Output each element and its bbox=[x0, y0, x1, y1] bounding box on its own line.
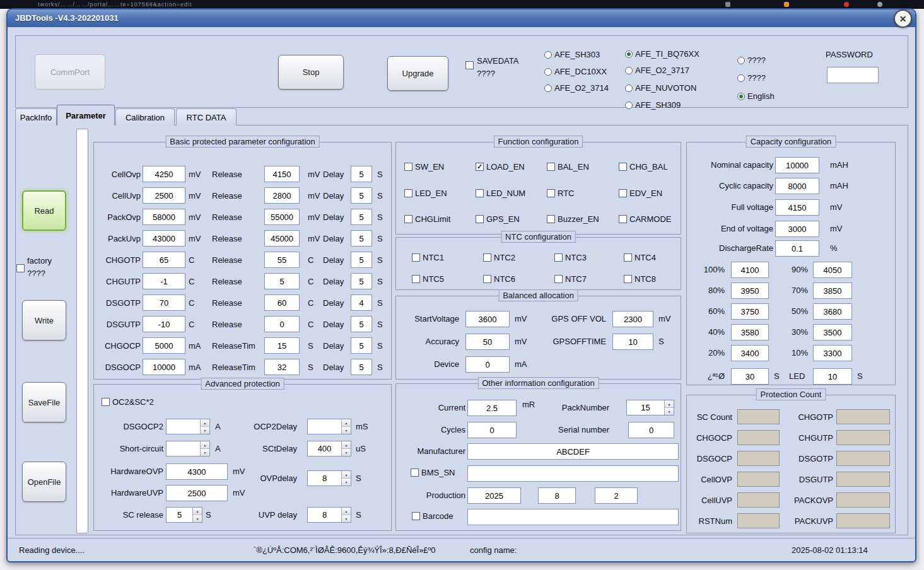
short-circuit-input[interactable] bbox=[167, 441, 200, 456]
tab-packinfo[interactable]: PackInfo bbox=[15, 108, 57, 125]
uvp-delay-spinner[interactable]: ▲▼ bbox=[307, 507, 351, 523]
spinner-buttons[interactable]: ▲▼ bbox=[341, 508, 351, 522]
spin-down-icon[interactable]: ▼ bbox=[342, 515, 351, 522]
checkbox-sw-en[interactable]: SW_EN bbox=[404, 162, 444, 172]
notification-badge-red-icon[interactable] bbox=[844, 2, 849, 7]
discharge-rate-input[interactable] bbox=[775, 240, 819, 257]
dsgocp2-input[interactable] bbox=[167, 419, 200, 434]
delay-value-input[interactable] bbox=[351, 187, 372, 204]
param-value-input[interactable] bbox=[143, 209, 185, 225]
param-value-input[interactable] bbox=[143, 359, 185, 375]
param-value-input[interactable] bbox=[143, 166, 185, 182]
spin-down-icon[interactable]: ▼ bbox=[342, 479, 351, 486]
commport-button[interactable]: CommPort bbox=[35, 54, 105, 90]
sp~in-up-icon[interactable]: ▲ bbox=[342, 419, 351, 427]
release-value-input[interactable] bbox=[264, 187, 300, 204]
delay-value-input[interactable] bbox=[351, 273, 372, 289]
upload-icon[interactable] bbox=[725, 2, 730, 7]
spin-down-icon[interactable]: ▼ bbox=[193, 515, 202, 522]
delay-value-input[interactable] bbox=[351, 359, 372, 375]
radio-afe-o2-3714[interactable]: AFE_O2_3714 bbox=[544, 83, 609, 93]
spin-down-icon[interactable]: ▼ bbox=[342, 427, 351, 434]
radio-afe-ti-bq76xx[interactable]: AFE_TI_BQ76XX bbox=[625, 49, 699, 59]
radio-lang-1[interactable]: ???? bbox=[737, 55, 766, 65]
soc-mv-input[interactable] bbox=[813, 282, 852, 299]
checkbox-ntc7[interactable]: NTC7 bbox=[554, 274, 587, 284]
release-value-input[interactable] bbox=[264, 273, 300, 289]
checkbox-bal-en[interactable]: BAL_EN bbox=[547, 162, 589, 172]
spin-down-icon[interactable]: ▼ bbox=[201, 449, 209, 456]
checkbox-ntc6[interactable]: NTC6 bbox=[483, 274, 515, 284]
read-button[interactable]: Read bbox=[22, 190, 66, 231]
device-input[interactable] bbox=[465, 356, 510, 373]
checkbox-ntc1[interactable]: NTC1 bbox=[412, 253, 444, 262]
nominal-capacity-input[interactable] bbox=[775, 157, 819, 173]
spinner-buttons[interactable]: ▲▼ bbox=[192, 508, 202, 522]
upgrade-button[interactable]: Upgrade bbox=[387, 56, 448, 91]
param-value-input[interactable] bbox=[143, 187, 185, 204]
production-month-input[interactable] bbox=[538, 487, 576, 504]
stop-button[interactable]: Stop bbox=[278, 55, 344, 90]
spinner-buttons[interactable]: ▲▼ bbox=[341, 441, 351, 456]
hardware-ovp-input[interactable] bbox=[166, 463, 228, 480]
tab-calibration[interactable]: Calibration bbox=[115, 108, 175, 125]
checkbox-rtc[interactable]: RTC bbox=[547, 189, 574, 198]
spin-up-icon[interactable]: ▲ bbox=[342, 441, 351, 449]
password-input[interactable] bbox=[827, 67, 879, 83]
delay-value-input[interactable] bbox=[351, 316, 372, 332]
delay-value-input[interactable] bbox=[351, 166, 372, 182]
ocp2delay-input[interactable] bbox=[308, 419, 341, 434]
spin-up-icon[interactable]: ▲ bbox=[201, 419, 209, 427]
ovpdelay-spinner[interactable]: ▲▼ bbox=[307, 470, 351, 486]
checkbox-bms-sn[interactable]: BMS_SN bbox=[411, 468, 455, 477]
current-input[interactable] bbox=[467, 400, 517, 416]
radio-english[interactable]: English bbox=[737, 91, 775, 101]
delay-value-input[interactable] bbox=[351, 230, 372, 247]
full-voltage-input[interactable] bbox=[775, 199, 819, 216]
param-value-input[interactable] bbox=[143, 230, 185, 247]
cycles-input[interactable] bbox=[467, 422, 517, 438]
radio-afe-nuvoton[interactable]: AFE_NUVOTON bbox=[625, 83, 696, 93]
param-value-input[interactable] bbox=[143, 273, 185, 289]
soc-mv-input[interactable] bbox=[813, 303, 852, 320]
release-value-input[interactable] bbox=[264, 252, 300, 268]
delay-value-input[interactable] bbox=[351, 252, 372, 268]
gps-off-vol-input[interactable] bbox=[612, 311, 653, 327]
release-value-input[interactable] bbox=[264, 316, 300, 332]
checkbox-led-en[interactable]: LED_EN bbox=[404, 189, 447, 198]
spin-up-icon[interactable]: ▲ bbox=[665, 400, 674, 408]
bms-sn-input[interactable] bbox=[467, 465, 679, 482]
radio-afe-dc10xx[interactable]: AFE_DC10XX bbox=[544, 67, 607, 76]
radio-lang-2[interactable]: ???? bbox=[737, 73, 766, 83]
spin-down-icon[interactable]: ▼ bbox=[665, 408, 674, 415]
sctdelay-input[interactable] bbox=[308, 441, 341, 456]
soc-mv-input[interactable] bbox=[813, 262, 852, 278]
ocp2delay-spinner[interactable]: ▲▼ bbox=[307, 419, 351, 434]
soc-mv-input[interactable] bbox=[731, 324, 769, 340]
soc-mv-input[interactable] bbox=[731, 262, 769, 278]
param-value-input[interactable] bbox=[143, 337, 185, 354]
param-value-input[interactable] bbox=[143, 294, 185, 311]
packnumber-input[interactable] bbox=[627, 400, 664, 415]
hardware-uvp-input[interactable] bbox=[166, 485, 228, 501]
manufacturer-input[interactable] bbox=[467, 443, 679, 460]
soc-mv-input[interactable] bbox=[731, 345, 769, 361]
checkbox-load-en[interactable]: LOAD_EN bbox=[476, 162, 525, 172]
accuracy-input[interactable] bbox=[465, 334, 510, 350]
close-button[interactable]: ✕ bbox=[894, 9, 912, 28]
radio-afe-o2-3717[interactable]: AFE_O2_3717 bbox=[625, 66, 689, 75]
checkbox-oc2-sc2[interactable]: OC2&SC*2 bbox=[102, 397, 154, 407]
param-value-input[interactable] bbox=[143, 252, 185, 268]
switch-time-input[interactable] bbox=[731, 368, 769, 385]
savedata-checkbox[interactable] bbox=[465, 61, 474, 69]
release-value-input[interactable] bbox=[264, 337, 300, 354]
release-value-input[interactable] bbox=[264, 294, 300, 311]
checkbox-buzzer-en[interactable]: Buzzer_EN bbox=[547, 214, 599, 224]
dsgocp2-spinner[interactable]: ▲▼ bbox=[166, 419, 210, 434]
checkbox-ntc3[interactable]: NTC3 bbox=[554, 253, 587, 262]
notification-badge-orange-icon[interactable] bbox=[784, 2, 789, 7]
tab-rtc-data[interactable]: RTC DATA bbox=[176, 108, 237, 125]
checkbox-ntc4[interactable]: NTC4 bbox=[624, 253, 656, 262]
savefile-button[interactable]: SaveFile bbox=[22, 382, 66, 422]
radio-afe-sh309[interactable]: AFE_SH309 bbox=[625, 100, 681, 110]
